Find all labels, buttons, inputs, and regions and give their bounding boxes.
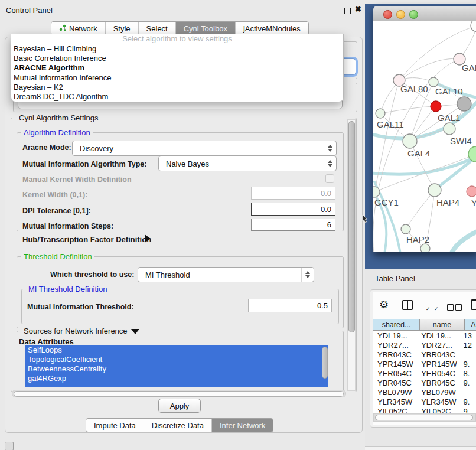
- zoom-traffic-light-icon[interactable]: [409, 10, 418, 19]
- node-gal1[interactable]: [444, 123, 455, 135]
- hub-expand-arrow-icon[interactable]: [145, 234, 151, 243]
- table-row[interactable]: YLR345WYLR345W9.: [373, 397, 476, 407]
- column-header-shared[interactable]: shared...: [373, 319, 420, 331]
- threshold-definition-title: Threshold Definition: [21, 252, 94, 261]
- aracne-mode-combo[interactable]: Discovery: [72, 141, 337, 156]
- node-gal1-label[interactable]: GAL1: [438, 113, 460, 123]
- node-red[interactable]: [431, 101, 441, 112]
- split-columns-icon[interactable]: [402, 300, 413, 310]
- column-header-A[interactable]: A: [465, 319, 476, 331]
- settings-scrollbar-thumb[interactable]: [348, 121, 355, 332]
- document-icon[interactable]: [471, 299, 476, 310]
- tab-cyni-toolbox[interactable]: Cyni Toolbox: [175, 22, 235, 35]
- column-header-name[interactable]: name: [420, 319, 465, 331]
- which-threshold-combo[interactable]: MI Threshold: [138, 267, 314, 282]
- tab-select[interactable]: Select: [138, 22, 175, 35]
- node-hap2[interactable]: [401, 224, 410, 234]
- algorithm-option[interactable]: ARACNE Algorithm: [11, 63, 343, 73]
- sources-title[interactable]: Sources for Network Inference: [21, 327, 142, 335]
- node-y-pink[interactable]: [467, 186, 476, 197]
- tab-jactivemnodules[interactable]: jActiveMNodules: [235, 22, 308, 35]
- tab-network[interactable]: Network: [51, 22, 105, 35]
- node-bottom-partial[interactable]: [420, 244, 430, 252]
- close-icon[interactable]: ✖: [355, 5, 361, 14]
- table-row[interactable]: YPR145WYPR145W9.: [373, 360, 476, 369]
- table-cell: YBR045C: [417, 379, 459, 388]
- kernel-width-label: Kernel Width (0,1):: [22, 191, 87, 199]
- attribute-item-partial[interactable]: [25, 383, 328, 387]
- network-window-titlebar[interactable]: [373, 6, 476, 21]
- node-swi4-label[interactable]: SWI4: [450, 136, 472, 146]
- table-hscrollbar-thumb[interactable]: [375, 415, 473, 420]
- apply-button[interactable]: Apply: [158, 399, 201, 413]
- bottom-tab-label: Impute Data: [94, 419, 136, 432]
- table-row[interactable]: YBL079WYBL079W: [373, 388, 476, 397]
- node-hap4[interactable]: [428, 184, 441, 197]
- node-top-partial[interactable]: [471, 21, 476, 32]
- bottom-tab-impute-data[interactable]: Impute Data: [86, 419, 144, 432]
- algorithm-option[interactable]: Dream8 DC_TDC Algorithm: [11, 92, 343, 102]
- minimize-traffic-light-icon[interactable]: [396, 10, 405, 19]
- tab-style[interactable]: Style: [105, 22, 138, 35]
- node-gal10[interactable]: [429, 77, 438, 87]
- node-hap2-label[interactable]: HAP2: [406, 234, 429, 244]
- node-gal10-label[interactable]: GAL10: [435, 86, 463, 96]
- table-header-row: shared...nameA: [373, 319, 476, 331]
- corner-panel-icon[interactable]: [5, 442, 14, 450]
- mi-steps-field[interactable]: [251, 219, 335, 231]
- manual-kernel-checkbox[interactable]: [325, 174, 334, 183]
- table-row[interactable]: YER054CYER054C8.: [373, 369, 476, 379]
- checked-pair-icon[interactable]: ✓✓: [425, 302, 441, 313]
- float-window-icon[interactable]: [344, 8, 351, 14]
- attribute-item[interactable]: SelfLoops: [25, 345, 328, 355]
- node-gcy1-label[interactable]: GCY1: [374, 197, 399, 207]
- node-gal4[interactable]: [403, 134, 417, 148]
- mi-threshold-field[interactable]: [248, 299, 332, 312]
- bottom-tab-infer-network[interactable]: Infer Network: [211, 419, 273, 432]
- node-gal-right-label[interactable]: GAL: [462, 63, 476, 73]
- sources-collapse-arrow-icon[interactable]: [131, 329, 139, 334]
- settings-hscrollbar-thumb[interactable]: [14, 391, 344, 397]
- algorithm-option[interactable]: Mutual Information Inference: [11, 73, 343, 83]
- table-cell: YER054C: [373, 369, 417, 379]
- bottom-tab-discretize-data[interactable]: Discretize Data: [144, 419, 211, 432]
- node-y-pink-label[interactable]: Y: [471, 198, 476, 208]
- node-gal80-label[interactable]: GAL80: [400, 84, 428, 94]
- close-traffic-light-icon[interactable]: [383, 10, 392, 19]
- network-icon: [59, 22, 66, 35]
- gear-icon[interactable]: ⚙: [379, 298, 389, 311]
- table-cell: 9.: [459, 360, 476, 369]
- algorithm-option[interactable]: Bayesian – Hill Climbing: [11, 44, 343, 54]
- table-row[interactable]: YDR27...YDR27...12: [373, 341, 476, 350]
- table-cell: YDL19...: [373, 331, 417, 341]
- network-window[interactable]: GALGAL80GAL10GAL1GAL11SWI4GAL4GCY1HAP4YH…: [373, 6, 476, 252]
- node-gray[interactable]: [457, 97, 471, 111]
- table-row[interactable]: YBR043CYBR043C: [373, 350, 476, 360]
- attribute-item[interactable]: gal4RGexp: [25, 374, 328, 383]
- node-hap4-label[interactable]: HAP4: [436, 197, 459, 207]
- table-cell: YPR145W: [373, 360, 417, 369]
- unchecked-pair-icon[interactable]: [447, 302, 464, 313]
- hub-section-label[interactable]: Hub/Transcription Factor Definition: [22, 235, 151, 244]
- table-cell: YPR145W: [417, 360, 459, 369]
- network-canvas[interactable]: GALGAL80GAL10GAL1GAL11SWI4GAL4GCY1HAP4YH…: [373, 21, 476, 252]
- attributes-scrollbar-thumb[interactable]: [322, 347, 328, 379]
- table-row[interactable]: YBR045CYBR045C9.: [373, 379, 476, 388]
- manual-kernel-label: Manual Kernel Width Definition: [22, 175, 132, 184]
- node-gal4-label[interactable]: GAL4: [407, 148, 430, 158]
- data-attributes-list[interactable]: SelfLoopsTopologicalCoefficientBetweenne…: [25, 345, 328, 387]
- node-gal11-label[interactable]: GAL11: [377, 119, 404, 129]
- tab-label: Select: [146, 22, 168, 35]
- algorithm-option[interactable]: Basic Correlation Inference: [11, 54, 343, 63]
- table-row[interactable]: YDL19...YDL19...13: [373, 331, 476, 341]
- attribute-item[interactable]: TopologicalCoefficient: [25, 355, 328, 364]
- bottom-tab-label: Infer Network: [220, 419, 265, 432]
- dpi-tolerance-field[interactable]: [251, 203, 335, 216]
- mi-type-combo[interactable]: Naive Bayes: [158, 156, 337, 171]
- node-gal11[interactable]: [376, 109, 385, 118]
- edge-thin: [399, 58, 459, 80]
- attribute-item[interactable]: BetweennessCentrality: [25, 364, 328, 374]
- algorithm-option[interactable]: Bayesian – K2: [11, 83, 343, 92]
- kernel-width-field[interactable]: [251, 187, 335, 200]
- mi-threshold-group-title: MI Threshold Definition: [26, 285, 109, 294]
